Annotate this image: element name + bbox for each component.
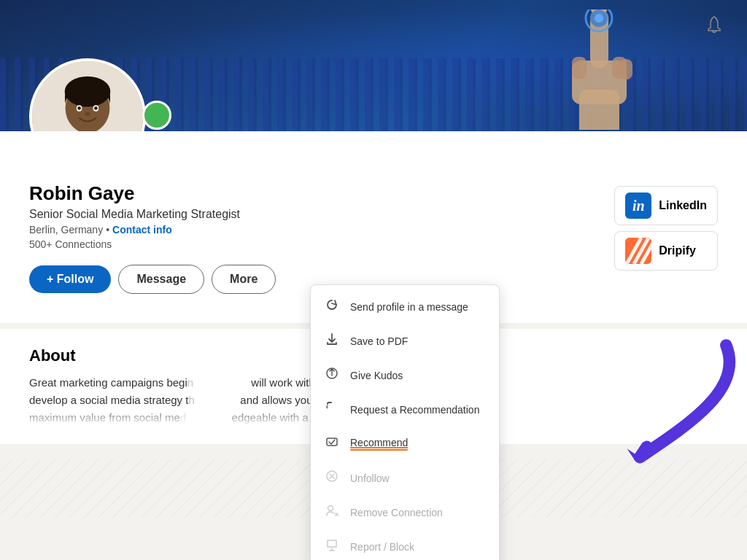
bell-icon xyxy=(703,15,725,36)
avatar-container xyxy=(29,58,146,131)
dropdown-item-request-recommendation[interactable]: Request a Recommendation xyxy=(311,392,499,427)
contact-info-link[interactable]: Contact info xyxy=(112,224,172,236)
save-pdf-icon xyxy=(324,332,340,349)
svg-point-20 xyxy=(94,106,98,110)
dropdown-item-give-kudos[interactable]: Give Kudos xyxy=(311,358,499,392)
message-button[interactable]: Message xyxy=(118,265,204,294)
svg-rect-6 xyxy=(619,59,632,79)
cover-hand xyxy=(470,7,689,131)
request-recommendation-label: Request a Recommendation xyxy=(350,404,479,416)
dropdown-item-recommend[interactable]: Recommend xyxy=(311,427,499,461)
more-button[interactable]: More xyxy=(212,265,276,294)
notification-bell[interactable] xyxy=(703,15,725,42)
linkedin-logo-icon: in xyxy=(625,192,651,219)
online-indicator xyxy=(142,101,171,130)
remove-connection-icon xyxy=(324,504,340,521)
svg-rect-4 xyxy=(572,57,587,79)
svg-point-29 xyxy=(328,506,333,511)
profile-card: in LinkedIn Dripify Robin Gaye Seni xyxy=(0,0,747,323)
recommend-icon xyxy=(324,435,340,452)
give-kudos-icon xyxy=(324,367,340,384)
dropdown-item-report-block[interactable]: Report / Block xyxy=(311,529,499,560)
dripify-stripes-svg xyxy=(625,238,651,264)
svg-rect-27 xyxy=(327,438,337,446)
recommend-label: Recommend xyxy=(350,437,408,451)
svg-point-21 xyxy=(85,112,90,116)
dripify-brand-name: Dripify xyxy=(659,244,696,257)
request-recommendation-icon xyxy=(324,401,340,418)
unfollow-icon xyxy=(324,470,340,486)
linkedin-brand-name: LinkedIn xyxy=(659,199,707,212)
brand-item-dripify[interactable]: Dripify xyxy=(614,231,718,271)
give-kudos-label: Give Kudos xyxy=(350,370,403,381)
brand-item-linkedin[interactable]: in LinkedIn xyxy=(614,186,718,225)
more-dropdown-menu: Send profile in a message Save to PDF Gi… xyxy=(310,284,500,560)
dropdown-item-save-pdf[interactable]: Save to PDF xyxy=(311,324,499,358)
svg-point-9 xyxy=(595,14,603,23)
remove-connection-label: Remove Connection xyxy=(350,507,443,518)
hand-svg xyxy=(477,9,681,130)
report-block-icon xyxy=(324,538,340,555)
avatar-ring xyxy=(29,58,146,131)
dripify-logo-icon xyxy=(625,238,651,264)
avatar-image xyxy=(32,61,143,131)
report-block-label: Report / Block xyxy=(350,541,414,553)
send-profile-icon xyxy=(324,298,340,315)
brand-logos: in LinkedIn Dripify xyxy=(614,186,718,271)
unfollow-label: Unfollow xyxy=(350,472,390,484)
follow-button[interactable]: + Follow xyxy=(29,265,111,293)
svg-point-19 xyxy=(77,106,81,110)
save-pdf-label: Save to PDF xyxy=(350,335,408,347)
dropdown-item-unfollow[interactable]: Unfollow xyxy=(311,461,499,495)
cover-photo xyxy=(0,0,747,131)
dropdown-item-send-profile[interactable]: Send profile in a message xyxy=(311,289,499,324)
send-profile-label: Send profile in a message xyxy=(350,301,468,313)
avatar-svg xyxy=(32,58,143,131)
dropdown-item-remove-connection[interactable]: Remove Connection xyxy=(311,495,499,529)
